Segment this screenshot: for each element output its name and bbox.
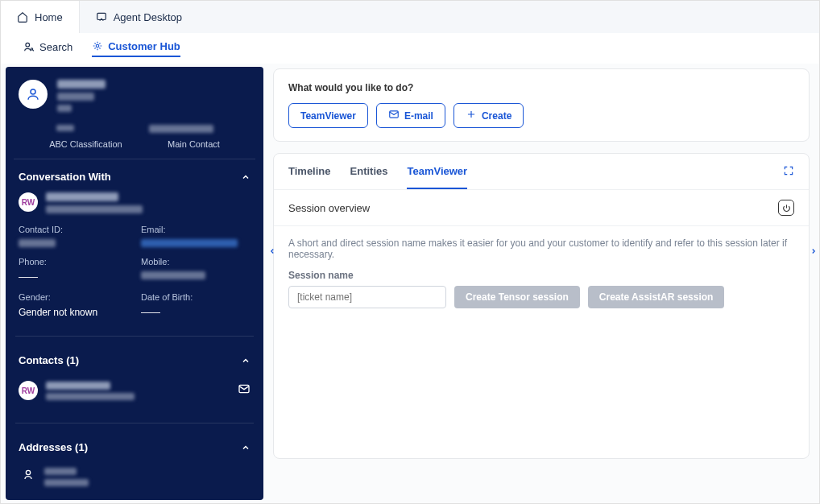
dob-label: Date of Birth: <box>141 292 251 302</box>
what-would-you-like-label: What would you like to do? <box>288 82 794 93</box>
tab-entities[interactable]: Entities <box>350 165 388 189</box>
chevron-up-icon <box>241 443 251 452</box>
customer-panel: ABC Classification Main Contact Conversa… <box>6 67 263 500</box>
subnav-search[interactable]: Search <box>23 41 72 56</box>
tab-agent-desktop[interactable]: Agent Desktop <box>80 1 198 33</box>
svg-point-2 <box>31 48 32 50</box>
user-search-icon <box>23 41 35 52</box>
mobile-label: Mobile: <box>141 257 251 266</box>
subnav-customer-hub-label: Customer Hub <box>108 40 180 52</box>
teamviewer-button[interactable]: TeamViewer <box>288 103 368 128</box>
expand-icon[interactable] <box>783 165 794 189</box>
subnav-customer-hub[interactable]: Customer Hub <box>92 40 180 57</box>
collapse-left-icon[interactable] <box>268 246 276 258</box>
mail-icon[interactable] <box>238 382 251 399</box>
create-tensor-session-button[interactable]: Create Tensor session <box>454 286 580 308</box>
phone-label: Phone: <box>19 257 128 266</box>
location-icon <box>22 468 35 483</box>
tab-home[interactable]: Home <box>1 1 80 33</box>
create-button[interactable]: Create <box>453 103 524 128</box>
abc-classification-label: ABC Classification <box>49 139 122 149</box>
svg-point-3 <box>96 44 99 48</box>
tab-agent-desktop-label: Agent Desktop <box>114 11 182 23</box>
customer-avatar <box>19 80 48 109</box>
tab-home-label: Home <box>35 11 63 23</box>
addresses-title: Addresses (1) <box>19 441 88 453</box>
session-name-input[interactable] <box>288 286 446 308</box>
contact-item-badge: RW <box>19 381 38 400</box>
svg-point-1 <box>26 43 30 47</box>
top-tab-bar: Home Agent Desktop <box>1 1 819 33</box>
contact-badge: RW <box>19 192 38 212</box>
svg-point-4 <box>31 89 35 94</box>
main-contact-label: Main Contact <box>168 139 220 149</box>
sub-nav: Search Customer Hub <box>1 33 819 64</box>
email-label: Email: <box>141 225 251 234</box>
chat-icon <box>96 11 107 23</box>
chevron-up-icon <box>241 172 251 182</box>
right-panel: What would you like to do? TeamViewer E-… <box>268 64 819 504</box>
create-assistar-session-button[interactable]: Create AssistAR session <box>588 286 725 308</box>
collapse-right-icon[interactable] <box>810 246 818 258</box>
svg-point-6 <box>26 470 30 474</box>
session-name-label: Session name <box>288 270 794 281</box>
plus-icon <box>466 109 477 122</box>
contact-id-label: Contact ID: <box>19 225 128 234</box>
gender-value: Gender not known <box>19 307 128 318</box>
gender-label: Gender: <box>19 292 128 302</box>
subnav-search-label: Search <box>39 41 72 53</box>
hub-icon <box>92 40 103 52</box>
section-addresses[interactable]: Addresses (1) <box>19 441 251 453</box>
section-contacts[interactable]: Contacts (1) <box>19 354 251 366</box>
home-icon <box>17 11 28 23</box>
conversation-with-title: Conversation With <box>19 171 111 183</box>
session-hint: A short and direct session name makes it… <box>288 238 794 260</box>
tab-timeline[interactable]: Timeline <box>288 165 331 189</box>
power-button[interactable] <box>778 200 794 216</box>
tab-teamviewer[interactable]: TeamViewer <box>407 165 467 189</box>
chevron-up-icon <box>241 356 251 366</box>
contacts-title: Contacts (1) <box>19 354 79 366</box>
mail-icon <box>388 109 400 122</box>
session-overview-title: Session overview <box>288 202 370 214</box>
email-button[interactable]: E-mail <box>376 103 445 128</box>
section-conversation-with[interactable]: Conversation With <box>19 171 251 183</box>
